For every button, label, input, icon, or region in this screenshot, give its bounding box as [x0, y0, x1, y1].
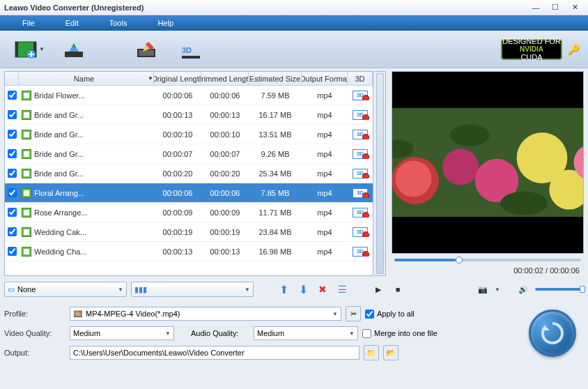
video-file-icon [22, 149, 31, 159]
table-row[interactable]: Bride and Gr...00:00:1300:00:1316.17 MBm… [5, 105, 373, 125]
trimmed-length: 00:00:13 [201, 111, 249, 119]
nvidia-cuda-badge: DESIGNED FOR NVIDIA CUDA [501, 39, 562, 60]
preview-video[interactable] [392, 71, 584, 254]
list-header: Name▼ Original Length Trimmed Length Est… [5, 72, 373, 86]
estimated-size: 25.34 MB [249, 169, 302, 178]
3d-settings-button[interactable]: 3D [170, 36, 212, 63]
move-down-button[interactable]: ⬇ [295, 282, 311, 297]
convert-button[interactable] [529, 310, 576, 357]
menu-help[interactable]: Help [142, 19, 189, 27]
maximize-button[interactable]: ☐ [546, 3, 564, 13]
trimmed-length: 00:00:13 [201, 247, 249, 256]
audio-track-combo[interactable]: ▮▮▮ ▼ [131, 282, 254, 297]
row-checkbox[interactable] [8, 169, 17, 178]
3d-badge[interactable]: 3D [353, 188, 368, 198]
3d-badge[interactable]: 3D [353, 130, 368, 139]
col-estimated-size[interactable]: Estimated Size [249, 72, 302, 85]
col-3d[interactable]: 3D [348, 72, 373, 85]
volume-button[interactable]: 🔊 [516, 282, 531, 297]
minimize-button[interactable]: — [527, 3, 545, 13]
trimmed-length: 00:00:09 [201, 208, 249, 217]
video-file-icon [22, 247, 31, 257]
table-row[interactable]: Bride and Gr...00:00:1000:00:1013.51 MBm… [5, 125, 373, 144]
table-row[interactable]: Floral Arrang...00:00:0600:00:067.85 MBm… [5, 183, 373, 203]
browse-output-button[interactable]: 📁 [364, 345, 379, 360]
menu-edit[interactable]: Edit [50, 19, 94, 27]
col-name[interactable]: Name▼ [19, 72, 154, 85]
close-button[interactable]: ✕ [566, 3, 584, 13]
table-row[interactable]: Wedding Cha...00:00:1300:00:1316.98 MBmp… [5, 242, 373, 261]
estimated-size: 16.98 MB [249, 247, 302, 256]
add-video-button[interactable]: ▼ [8, 36, 50, 63]
row-checkbox[interactable] [8, 247, 17, 256]
estimated-size: 23.84 MB [249, 228, 302, 236]
remove-button[interactable]: ✖ [315, 282, 330, 297]
open-output-button[interactable]: 📂 [383, 345, 399, 360]
row-checkbox[interactable] [8, 208, 17, 217]
register-key-icon[interactable]: 🔑 [568, 44, 580, 55]
menu-tools[interactable]: Tools [94, 19, 143, 27]
output-path-field[interactable]: C:\Users\User\Documents\Leawo\Video Conv… [70, 346, 359, 360]
video-edit-button[interactable] [125, 36, 167, 63]
3d-badge[interactable]: 3D [353, 110, 368, 120]
profile-settings-button[interactable]: ✂ [346, 306, 361, 321]
file-name: Wedding Cha... [34, 247, 87, 256]
apply-to-all-checkbox[interactable]: Apply to all [365, 310, 415, 319]
col-output-format[interactable]: Output Format [302, 72, 348, 85]
chevron-down-icon[interactable]: ▼ [495, 287, 500, 293]
row-checkbox[interactable] [8, 188, 17, 197]
video-quality-combo[interactable]: Medium ▼ [70, 326, 174, 340]
3d-badge[interactable]: 3D [353, 227, 368, 237]
svg-text:3D: 3D [182, 46, 192, 54]
volume-thumb[interactable] [580, 286, 585, 293]
table-row[interactable]: Rose Arrange...00:00:0900:00:0911.71 MBm… [5, 203, 373, 222]
merge-checkbox[interactable]: Merge into one file [362, 329, 438, 338]
menu-file[interactable]: File [7, 19, 50, 27]
nvidia-mid: NVIDIA [520, 45, 543, 53]
screenshot-button[interactable]: 📷 [475, 282, 490, 297]
video-quality-label: Video Quality: [4, 329, 65, 337]
row-checkbox[interactable] [8, 149, 17, 158]
table-row[interactable]: Bride and Gr...00:00:0700:00:079.26 MBmp… [5, 144, 373, 164]
output-format: mp4 [302, 247, 348, 256]
table-row[interactable]: Bride and Gr...00:00:2000:00:2025.34 MBm… [5, 164, 373, 183]
estimated-size: 9.26 MB [249, 150, 302, 158]
seek-bar[interactable] [392, 254, 584, 266]
col-original-length[interactable]: Original Length [154, 72, 201, 85]
volume-slider[interactable] [535, 288, 584, 291]
video-file-icon [22, 208, 31, 218]
estimated-size: 7.59 MB [249, 91, 302, 100]
clear-all-button[interactable]: ☰ [334, 282, 350, 297]
3d-badge[interactable]: 3D [353, 169, 368, 178]
play-button[interactable]: ▶ [371, 282, 386, 297]
table-row[interactable]: Bridal Flower...00:00:0600:00:067.59 MBm… [5, 86, 373, 105]
output-format: mp4 [302, 91, 348, 100]
load-dvd-button[interactable] [53, 36, 95, 63]
trimmed-length: 00:00:07 [201, 150, 249, 158]
row-checkbox[interactable] [8, 110, 17, 119]
svg-rect-8 [182, 56, 200, 59]
col-checkbox[interactable] [5, 72, 19, 85]
subtitle-combo[interactable]: ▭ None ▼ [4, 282, 127, 297]
output-format: mp4 [302, 228, 348, 236]
list-vertical-scrollbar[interactable] [375, 71, 386, 276]
3d-badge[interactable]: 3D [353, 208, 368, 218]
profile-combo[interactable]: 🎞️ MP4-MPEG-4 Video(*.mp4) ▼ [70, 307, 341, 321]
file-name: Bridal Flower... [34, 91, 85, 100]
3d-badge[interactable]: 3D [353, 149, 368, 159]
row-checkbox[interactable] [8, 227, 17, 236]
col-trimmed-length[interactable]: Trimmed Length [201, 72, 249, 85]
move-up-button[interactable]: ⬆ [276, 282, 291, 297]
menubar: File Edit Tools Help [0, 15, 588, 31]
audio-quality-value: Medium [257, 329, 284, 337]
3d-badge[interactable]: 3D [353, 91, 368, 100]
seek-thumb[interactable] [456, 257, 463, 264]
stop-button[interactable]: ■ [390, 282, 405, 297]
row-checkbox[interactable] [8, 91, 17, 100]
audio-quality-combo[interactable]: Medium ▼ [254, 326, 358, 340]
row-checkbox[interactable] [8, 130, 17, 139]
video-file-icon [22, 188, 31, 198]
3d-badge[interactable]: 3D [353, 247, 368, 257]
output-format: mp4 [302, 111, 348, 119]
table-row[interactable]: Wedding Cak...00:00:1900:00:1923.84 MBmp… [5, 222, 373, 242]
